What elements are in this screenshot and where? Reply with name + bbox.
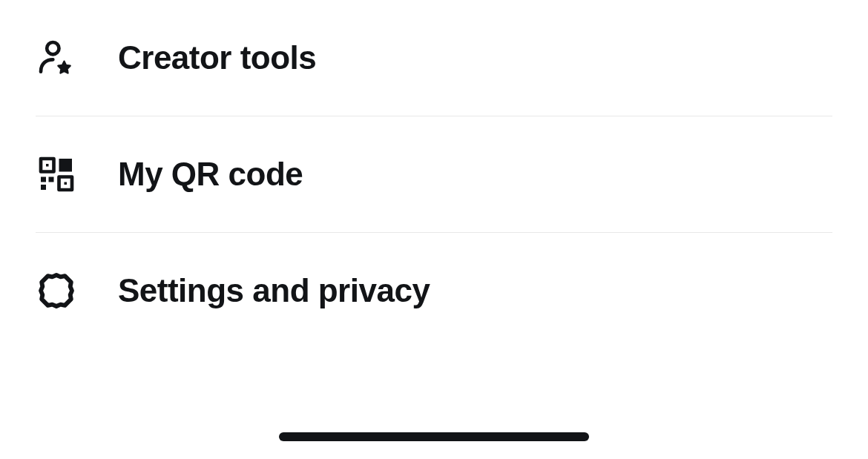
svg-rect-2 [46, 164, 49, 167]
menu-item-settings-privacy[interactable]: Settings and privacy [36, 233, 832, 349]
svg-rect-8 [65, 182, 68, 185]
svg-rect-6 [41, 185, 46, 190]
qr-code-icon [36, 153, 77, 195]
svg-point-0 [47, 42, 59, 54]
menu-item-creator-tools[interactable]: Creator tools [36, 0, 832, 116]
svg-rect-5 [49, 177, 54, 182]
home-indicator[interactable] [279, 432, 589, 441]
menu-item-label: My QR code [118, 156, 303, 193]
gear-icon [36, 270, 77, 311]
menu-list: Creator tools My QR code Settings and pr… [0, 0, 868, 349]
menu-item-label: Creator tools [118, 39, 316, 76]
menu-item-my-qr-code[interactable]: My QR code [36, 116, 832, 233]
svg-rect-4 [41, 177, 46, 182]
svg-rect-3 [59, 159, 73, 172]
menu-item-label: Settings and privacy [118, 272, 430, 309]
creator-star-icon [36, 37, 77, 79]
